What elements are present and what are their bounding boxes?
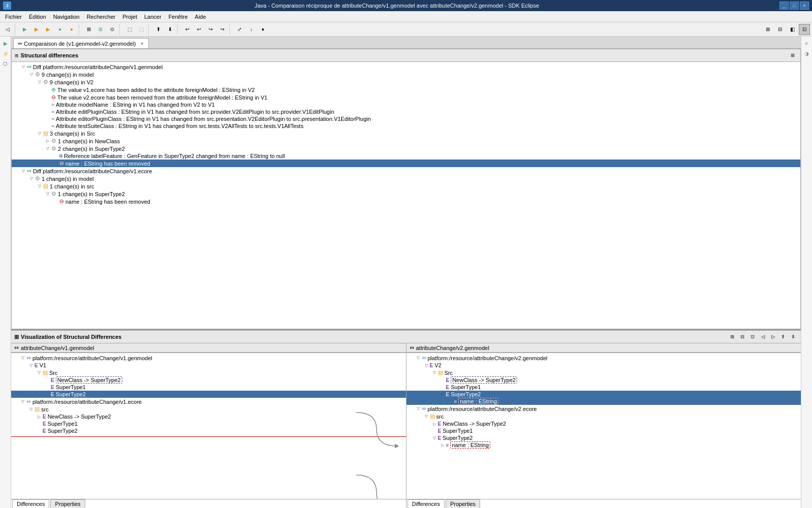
tree-toggle[interactable]: ▽	[431, 370, 438, 375]
vis-btn-1[interactable]: ⊞	[728, 332, 737, 341]
menu-lancer[interactable]: Lancer	[141, 13, 164, 21]
tree-item-v2-ecore-root[interactable]: ▽ ⇔ platform:/resource/attributeChange/v…	[407, 405, 801, 412]
menu-aide[interactable]: Aide	[192, 13, 209, 21]
tree-item-9changes-v2[interactable]: ▽ ⚙ 9 change(s) in V2	[12, 78, 800, 86]
toolbar-btn-19[interactable]: ↓	[246, 24, 257, 35]
tree-toggle[interactable]: ▽	[44, 146, 51, 151]
left-tab-properties[interactable]: Properties	[50, 499, 85, 508]
tree-item-change-modelname[interactable]: ≈ Attribute modelName : EString in V1 ha…	[12, 101, 800, 108]
tree-item-src2-right[interactable]: ▽ ▤ src	[407, 412, 801, 420]
tree-toggle[interactable]: ▽	[27, 407, 35, 411]
tree-item-src-right[interactable]: ▽ ▤ Src	[407, 369, 801, 376]
tree-toggle[interactable]: ▽	[423, 363, 430, 368]
toolbar-btn-15[interactable]: ↩	[193, 24, 205, 35]
right-tab-properties[interactable]: Properties	[446, 499, 480, 508]
vis-btn-3[interactable]: ⊡	[748, 332, 757, 341]
menu-fenetre[interactable]: Fenêtre	[165, 13, 191, 21]
tab-close-button[interactable]: ✕	[140, 41, 144, 46]
menu-fichier[interactable]: Fichier	[2, 13, 25, 21]
tree-toggle[interactable]: ▽	[44, 192, 51, 196]
right-tab-differences[interactable]: Differences	[408, 499, 445, 508]
maximize-button[interactable]: □	[790, 2, 799, 10]
vis-btn-7[interactable]: ⬇	[789, 332, 798, 341]
tree-item-9changes-model[interactable]: ▽ ⚙ 9 change(s) in model	[12, 71, 800, 78]
tree-toggle[interactable]: ▽	[20, 169, 27, 173]
tree-item-v1-genmodel-root[interactable]: ▽ ⇔ platform:/resource/attributeChange/v…	[11, 354, 406, 362]
tree-toggle[interactable]: ▽	[36, 80, 43, 84]
toolbar-btn-13[interactable]: ⬇	[164, 24, 176, 35]
toolbar-btn-18[interactable]: ⤢	[234, 24, 245, 35]
toolbar-right-btn-2[interactable]: ⊟	[774, 24, 786, 35]
close-button[interactable]: ×	[800, 2, 809, 10]
minimize-button[interactable]: _	[780, 2, 789, 10]
tree-item-supertype1b-right[interactable]: E SuperType1	[407, 427, 801, 434]
tree-item-diff-v1-genmodel[interactable]: ▽ ⇔ Diff platform:/resource/attributeCha…	[12, 63, 800, 71]
tree-item-change-editorplugin[interactable]: ≈ Attribute editorPluginClass : EString …	[12, 115, 800, 122]
tree-item-diff-v1-ecore[interactable]: ▽ ⇔ Diff platform:/resource/attributeCha…	[12, 167, 800, 175]
tree-toggle[interactable]: ▽	[36, 370, 43, 375]
tree-toggle[interactable]: ▽	[20, 65, 27, 69]
sidebar-icon-3[interactable]: ⬡	[1, 59, 10, 68]
vis-btn-6[interactable]: ⬆	[779, 332, 788, 341]
toolbar-btn-4[interactable]: ▶	[43, 24, 54, 35]
toolbar-btn-11[interactable]: ⬚	[136, 24, 147, 35]
top-panel-btn-1[interactable]: ⊞	[788, 51, 797, 60]
tree-toggle[interactable]: ▽	[36, 184, 43, 188]
tree-item-3changes-src[interactable]: ▽ ▤ 3 change(s) in Src	[12, 130, 800, 137]
tree-item-newclass2-right[interactable]: ▷ E NewClass -> SuperType2	[407, 420, 801, 427]
tree-toggle[interactable]: ▽	[415, 406, 422, 411]
tree-toggle[interactable]: ▽	[36, 131, 43, 136]
tree-toggle[interactable]: ▽	[19, 399, 26, 404]
tree-toggle[interactable]: ▽	[423, 414, 430, 419]
toolbar-btn-20[interactable]: ♦	[257, 24, 268, 35]
tree-item-name-estring-right2[interactable]: ▷ ≡ name : EString	[407, 441, 801, 449]
tree-item-supertype2b-right[interactable]: ▽ E SuperType2	[407, 434, 801, 441]
tree-toggle[interactable]: ▷	[439, 443, 446, 448]
window-controls[interactable]: _ □ ×	[780, 2, 809, 10]
tree-toggle[interactable]: ▽	[439, 392, 446, 397]
vis-btn-4[interactable]: ◁	[758, 332, 767, 341]
tree-toggle[interactable]: ▽	[19, 356, 26, 360]
right-sidebar-icon-2[interactable]: ◑	[802, 49, 811, 58]
right-sidebar-icon-1[interactable]: ≡	[802, 39, 811, 48]
tree-item-newclass2-left[interactable]: ▷ E NewClass -> SuperType2	[11, 413, 406, 420]
toolbar-btn-12[interactable]: ⬆	[153, 24, 164, 35]
left-tab-differences[interactable]: Differences	[12, 499, 49, 508]
tree-item-remove-v2ecore[interactable]: ⊖ The value v2.ecore has been removed fr…	[12, 93, 800, 101]
tree-item-supertype2b-left[interactable]: E SuperType2	[11, 427, 406, 434]
toolbar-btn-9[interactable]: ⊙	[107, 24, 118, 35]
sidebar-icon-1[interactable]: ▶	[1, 39, 10, 48]
toolbar-btn-14[interactable]: ↩	[182, 24, 193, 35]
toolbar-btn-8[interactable]: ⊞	[95, 24, 106, 35]
tree-item-newclass-right[interactable]: E NewClass -> SuperType2	[407, 376, 801, 384]
toolbar-btn-6[interactable]: ●	[66, 24, 77, 35]
tree-item-change-editplugin[interactable]: ≈ Attribute editPluginClass : EString in…	[12, 108, 800, 115]
tree-item-remove-name2[interactable]: ⊖ name : EString has been removed	[12, 198, 800, 205]
tree-item-supertype2-left[interactable]: E SuperType2	[11, 391, 406, 398]
tree-toggle[interactable]: ▽	[27, 363, 35, 368]
menu-navigation[interactable]: Navigation	[50, 13, 83, 21]
tree-item-supertype1-right[interactable]: E SuperType1	[407, 384, 801, 391]
tree-item-supertype1b-left[interactable]: E SuperType1	[11, 420, 406, 427]
tree-item-change-testsuite[interactable]: ≈ Attribute testSuiteClass : EString in …	[12, 122, 800, 130]
toolbar-right-btn-3[interactable]: ◧	[787, 24, 798, 35]
tree-item-1change-model[interactable]: ▽ ⚙ 1 change(s) in model	[12, 175, 800, 182]
tree-item-1change-newclass[interactable]: ▷ ⚙ 1 change(s) in NewClass	[12, 137, 800, 145]
tree-toggle[interactable]: ▽	[431, 436, 438, 440]
tree-item-src-left[interactable]: ▽ ▤ Src	[11, 369, 406, 376]
menu-edition[interactable]: Édition	[26, 13, 49, 21]
vis-btn-2[interactable]: ⊟	[738, 332, 747, 341]
tree-item-remove-name-selected[interactable]: ⊖ name : EString has been removed	[12, 160, 800, 167]
tree-item-src2-left[interactable]: ▽ ▤ src	[11, 405, 406, 413]
tree-toggle[interactable]: ▷	[36, 415, 43, 419]
toolbar-btn-16[interactable]: ↪	[205, 24, 216, 35]
tree-item-supertype1-left[interactable]: E SuperType1	[11, 384, 406, 391]
tree-item-v2-genmodel-root[interactable]: ▽ ⇔ platform:/resource/attributeChange/v…	[407, 354, 801, 362]
tree-toggle[interactable]: ▽	[28, 72, 35, 77]
tree-toggle[interactable]: ▽	[415, 356, 422, 360]
toolbar-btn-17[interactable]: ↪	[217, 24, 228, 35]
tree-item-add-v1ecore[interactable]: ⊕ The value v1.ecore has been added to t…	[12, 86, 800, 93]
toolbar-right-btn-4[interactable]: ⊡	[799, 24, 810, 35]
tree-item-supertype2-right[interactable]: ▽ E SuperType2	[407, 391, 801, 398]
menu-rechercher[interactable]: Rechercher	[84, 13, 119, 21]
